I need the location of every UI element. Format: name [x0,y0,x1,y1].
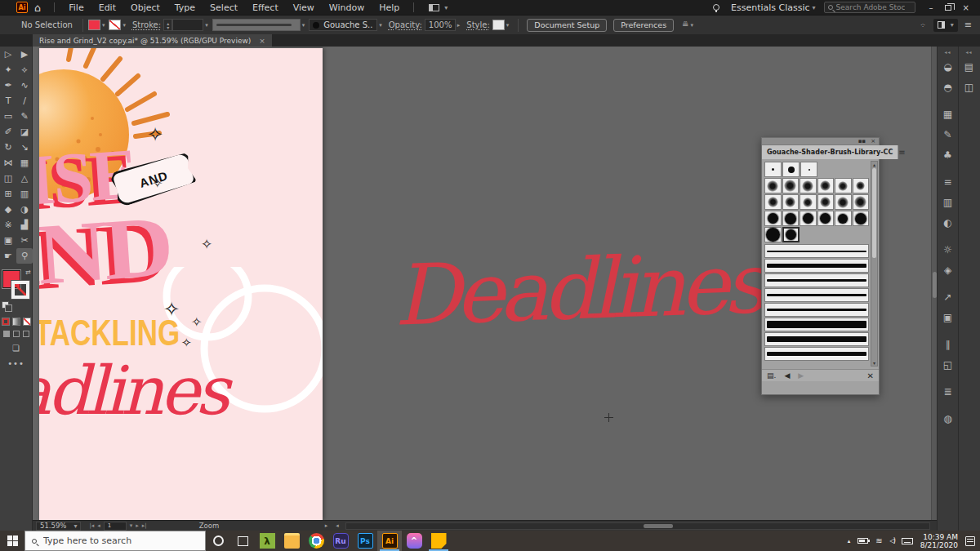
chevron-down-icon[interactable]: ▾ [205,22,208,29]
brush-stroke-swatch[interactable] [764,259,869,273]
gradient-button[interactable] [12,318,20,326]
pen-tool[interactable]: ✒ [0,78,16,93]
collapse-panel-icon[interactable]: ▪▪ [858,139,866,144]
panel-tab[interactable]: Gouache-Shader-Brush-Library-CC [762,145,898,159]
brush-stroke-swatch[interactable] [764,273,869,287]
rectangle-tool[interactable]: ▭ [0,109,16,124]
taskbar-clickup-icon[interactable]: ^ [402,531,426,551]
chevron-down-icon[interactable]: ▾ [102,22,105,29]
transparency-panel-icon[interactable]: ◐ [939,214,957,232]
stroke-swatch[interactable] [11,281,29,299]
brushes-panel-icon[interactable]: ✎ [939,126,957,144]
stroke-panel-icon[interactable]: ≡ [939,173,957,191]
taskbar-rush-icon[interactable]: Ru [328,531,353,551]
menu-help[interactable]: Help [372,2,407,13]
swatches-panel-icon[interactable]: ▦ [939,105,957,123]
chevron-down-icon[interactable]: ▾ [130,522,133,529]
gradient-panel-icon[interactable]: ▥ [939,193,957,211]
status-back-icon[interactable]: ◂ [336,522,339,529]
brush-swatch[interactable] [835,211,852,226]
chevron-right-icon[interactable]: ▸ [457,22,461,29]
perspective-grid-tool[interactable]: △ [16,171,33,186]
close-tab-icon[interactable]: × [259,37,265,45]
menu-file[interactable]: File [61,2,91,13]
cc-libraries-panel-icon[interactable]: ▤ [960,58,978,76]
graphic-styles-panel-icon[interactable]: ◈ [939,261,957,279]
export-panel-icon[interactable]: ↗ [939,288,957,306]
eyedropper-tool[interactable]: ◆ [0,202,16,217]
brush-swatch[interactable] [853,178,870,193]
stock-search-input[interactable] [836,3,905,11]
taskbar-explorer-icon[interactable] [279,531,304,551]
arrange-documents-icon[interactable]: ⁘ [920,21,925,29]
blend-tool[interactable]: ◑ [16,202,33,217]
brush-swatch[interactable] [782,178,800,193]
taskbar-lambda-icon[interactable]: λ [255,531,279,551]
brush-stroke-swatch[interactable] [764,288,869,302]
scroll-up-icon[interactable]: ▴ [871,162,877,167]
taskbar-chrome-icon[interactable] [304,531,328,551]
asset-export-panel-icon[interactable]: ◍ [939,410,957,428]
opacity-label[interactable]: Opacity: [389,20,422,29]
status-options-icon[interactable]: ▸ [325,522,328,529]
panel-scrollbar[interactable]: ▴ ▾ [871,161,878,367]
artboard-number-field[interactable]: 1 [104,522,127,531]
taskbar-sticky-notes-icon[interactable] [426,531,451,551]
stroke-weight-value[interactable] [172,19,203,31]
stroke-color-swatch[interactable] [109,20,121,30]
gpu-performance-icon[interactable] [713,4,719,11]
artboard[interactable]: ISE IND AND ✧ ✧ ✧ ✧ ✧ ✧ TACKLING adlines [39,48,323,520]
taskbar-search-input[interactable] [43,535,174,546]
chevron-down-icon[interactable]: ▾ [122,22,126,29]
pathfinder-panel-icon[interactable]: ◱ [939,356,957,374]
artboard-tool[interactable]: ▣ [0,233,16,248]
menu-window[interactable]: Window [322,2,372,13]
brush-swatch[interactable] [835,194,852,210]
wifi-icon[interactable]: ≋ [875,536,882,545]
menu-select[interactable]: Select [203,2,245,13]
menu-effect[interactable]: Effect [245,2,286,13]
layers-panel-icon[interactable]: ≣ [939,383,957,401]
menu-edit[interactable]: Edit [91,2,123,13]
brush-swatch[interactable] [764,178,782,193]
rotate-tool[interactable]: ↻ [0,140,16,155]
default-fill-stroke-icon[interactable] [2,301,9,309]
adobe-stock-search[interactable] [824,2,915,13]
fill-color-swatch[interactable] [88,20,100,30]
brush-stroke-swatch[interactable] [764,244,869,258]
chevron-down-icon[interactable]: ▾ [506,22,510,29]
previous-artboard-icon[interactable]: ◂ [97,522,100,529]
last-artboard-icon[interactable]: ▸| [142,522,147,529]
chevron-down-icon[interactable]: ▾ [302,22,305,29]
restore-button[interactable] [939,3,957,12]
vertical-scrollbar-thumb[interactable] [933,272,937,298]
brush-stroke-swatch[interactable] [764,318,869,331]
brush-swatch[interactable] [764,162,782,177]
home-icon[interactable]: ⌂ [34,2,41,14]
menu-view[interactable]: View [286,2,322,13]
brush-swatch[interactable] [782,227,800,242]
draw-behind-icon[interactable] [13,331,20,337]
brush-stroke-swatch[interactable] [764,347,869,361]
draw-inside-icon[interactable] [23,331,29,337]
start-button[interactable] [0,531,24,551]
zoom-level-dropdown[interactable]: 51.59% ▾ [36,522,81,531]
workspace-switcher[interactable]: Essentials Classic [731,2,810,13]
brush-stroke-swatch[interactable] [764,332,869,346]
brush-swatch[interactable] [835,178,852,193]
previous-library-icon[interactable]: ◀ [784,371,790,380]
next-artboard-icon[interactable]: ▸ [136,522,139,529]
expand-dock-icon[interactable]: ◂◂ [944,49,951,55]
type-tool[interactable]: T [0,93,16,109]
brush-swatch[interactable] [800,178,817,193]
chevron-down-icon[interactable]: ▾ [690,22,693,29]
brush-swatch[interactable] [764,227,782,242]
document-setup-button[interactable]: Document Setup [527,19,607,32]
swap-fill-stroke-icon[interactable]: ⇄ [25,269,31,276]
scrollbar-thumb[interactable] [872,168,876,258]
symbol-sprayer-tool[interactable]: ※ [0,217,16,233]
shaper-tool[interactable]: ✐ [0,124,16,140]
direct-selection-tool[interactable]: ▶ [16,47,33,62]
color-panel-icon[interactable]: ◒ [939,58,957,76]
artboards-panel-icon[interactable]: ▣ [939,309,957,327]
